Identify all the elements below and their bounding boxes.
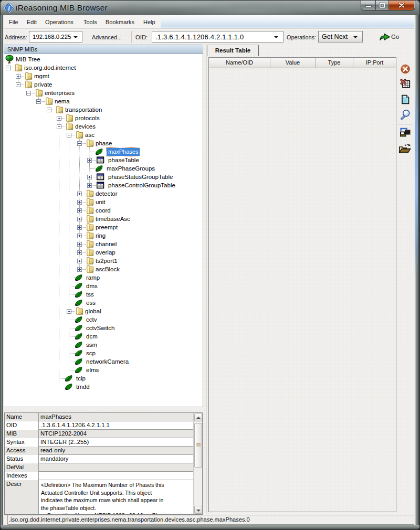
svg-text:i: i (8, 4, 10, 12)
